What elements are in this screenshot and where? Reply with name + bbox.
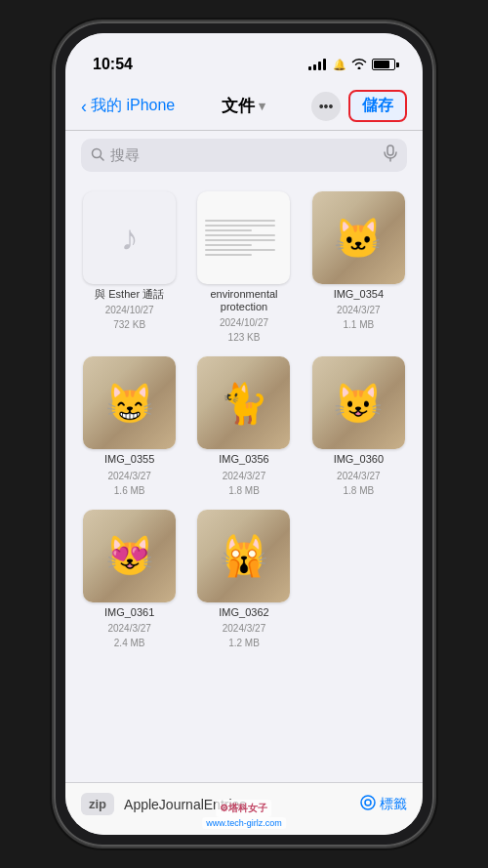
file-name: IMG_0362 [219,606,268,619]
status-time: 10:54 [93,56,133,73]
file-thumbnail [312,191,405,284]
file-name: IMG_0360 [334,453,384,466]
file-thumbnail [83,510,176,602]
save-button[interactable]: 儲存 [348,90,407,122]
list-item[interactable]: IMG_0354 2024/3/27 1.1 MB [308,191,409,343]
svg-point-5 [365,800,371,806]
cat-image [312,356,405,449]
cat-image [83,510,176,602]
list-item[interactable]: IMG_0356 2024/3/27 1.8 MB [193,356,294,495]
file-thumbnail [197,510,290,602]
cat-image [197,510,290,602]
phone-screen: 10:54 🔔 [65,33,423,835]
list-item[interactable]: IMG_0361 2024/3/27 2.4 MB [79,510,180,648]
file-thumbnail [197,191,290,284]
file-thumbnail [312,356,405,449]
bell-icon: 🔔 [333,59,346,71]
phone-frame: 10:54 🔔 [54,21,434,847]
list-item[interactable]: IMG_0362 2024/3/27 1.2 MB [193,510,294,648]
back-label: 我的 iPhone [91,96,175,116]
file-name: IMG_0354 [334,288,384,301]
file-name: 與 Esther 通話 [95,288,164,301]
file-size: 123 KB [228,332,261,343]
file-thumbnail [83,356,176,449]
tag-icon [360,795,376,814]
list-item[interactable]: ♪ 與 Esther 通話 2024/10/27 732 KB [79,191,180,343]
list-item[interactable]: IMG_0360 2024/3/27 1.8 MB [308,356,409,495]
file-size: 1.1 MB [343,319,374,330]
filename-display: AppleJournalEntries [124,797,350,812]
file-thumbnail [197,356,290,449]
nav-title: 文件 ▾ [222,95,265,117]
wifi-icon [351,58,367,72]
svg-rect-2 [387,145,393,155]
music-icon: ♪ [121,218,139,259]
mic-icon[interactable] [384,145,397,166]
zip-badge: zip [81,793,114,815]
cat-image [197,356,290,449]
file-date: 2024/3/27 [223,623,266,634]
file-grid-container: ♪ 與 Esther 通話 2024/10/27 732 KB environm… [65,182,423,782]
nav-bar: ‹ 我的 iPhone 文件 ▾ ••• 儲存 [65,82,423,131]
file-name: IMG_0355 [104,453,154,466]
cat-image [312,191,405,284]
search-bar-container: 搜尋 [65,131,423,182]
file-date: 2024/3/27 [223,471,266,481]
search-bar[interactable]: 搜尋 [81,139,407,172]
tag-button[interactable]: 標籤 [360,795,407,814]
svg-point-4 [361,796,375,809]
more-button[interactable]: ••• [311,92,341,121]
file-thumbnail: ♪ [83,191,176,284]
search-placeholder: 搜尋 [110,146,378,165]
nav-right-buttons: ••• 儲存 [311,90,407,122]
back-chevron-icon: ‹ [81,98,87,115]
file-date: 2024/3/27 [337,471,381,481]
file-name: IMG_0361 [104,606,154,619]
battery-icon [372,59,395,70]
file-date: 2024/3/27 [107,623,151,634]
signal-icon [308,59,326,70]
file-size: 2.4 MB [114,638,145,648]
svg-line-1 [101,156,104,160]
file-date: 2024/10/27 [220,317,268,328]
file-size: 1.8 MB [228,485,260,496]
file-date: 2024/3/27 [107,471,151,481]
cat-image [83,356,176,449]
file-date: 2024/3/27 [337,305,381,315]
bottom-bar: zip AppleJournalEntries 標籤 [65,782,423,835]
status-icons: 🔔 [308,58,395,72]
back-button[interactable]: ‹ 我的 iPhone [81,96,175,116]
file-date: 2024/10/27 [105,305,154,315]
list-item[interactable]: environmental protection 2024/10/27 123 … [193,191,294,343]
search-icon [91,147,104,164]
file-size: 732 KB [113,319,145,330]
file-grid: ♪ 與 Esther 通話 2024/10/27 732 KB environm… [79,191,409,648]
list-item[interactable]: IMG_0355 2024/3/27 1.6 MB [79,356,180,495]
tag-label: 標籤 [380,796,407,813]
file-size: 1.8 MB [343,485,374,496]
file-name: IMG_0356 [219,453,268,466]
file-size: 1.2 MB [228,638,260,648]
file-name: environmental protection [193,288,294,313]
status-bar: 10:54 🔔 [65,33,423,82]
title-chevron-icon: ▾ [259,99,265,113]
file-size: 1.6 MB [114,485,145,496]
